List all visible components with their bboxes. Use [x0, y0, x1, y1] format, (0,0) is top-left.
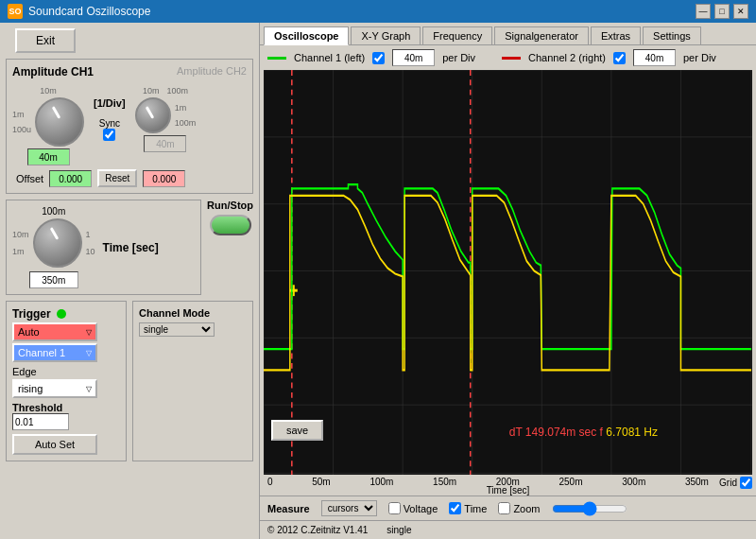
- sync-label: Sync: [99, 118, 120, 129]
- time-knob[interactable]: [33, 218, 82, 268]
- reset-button[interactable]: Reset: [97, 169, 137, 187]
- ch2-per-div: 40m: [633, 49, 676, 66]
- tab-signalgenerator[interactable]: Signalgenerator: [494, 26, 589, 44]
- x-label-0: 0: [267, 477, 273, 487]
- ch1-label: Channel 1 (left): [294, 52, 365, 63]
- app-title: Soundcard Oszilloscope: [28, 5, 150, 18]
- tab-extras[interactable]: Extras: [591, 26, 641, 44]
- tab-frequency[interactable]: Frequency: [422, 26, 492, 44]
- dt-value: 149.074m: [525, 426, 576, 439]
- measure-bar: Measure cursors auto Voltage Time Zoom: [260, 496, 756, 520]
- dt-label: dT: [509, 426, 525, 439]
- trigger-edge-button[interactable]: rising ▽: [12, 379, 97, 398]
- x-label-250m: 250m: [559, 477, 583, 487]
- x-axis: 0 50m 100m 150m 200m 250m 300m 350m Time…: [260, 475, 756, 496]
- time-measure-label: Time: [449, 502, 487, 514]
- tab-oscilloscope[interactable]: Oscilloscope: [264, 26, 349, 45]
- app-icon: SO: [8, 4, 23, 19]
- amplitude-section: Amplitude CH1 Amplitude CH2 10m 1m 100u: [6, 59, 253, 194]
- time-value-display: 350m: [29, 271, 78, 288]
- ch2-per-div-label: per Div: [683, 52, 716, 63]
- run-stop-section: Run/Stop: [207, 200, 253, 295]
- trigger-title-label: Trigger: [12, 307, 51, 321]
- measure-mode-select[interactable]: cursors auto: [321, 500, 377, 516]
- oscilloscope-display: save dT 149.074m sec f 6.7081 Hz: [264, 70, 752, 475]
- ch1-per-div: 40m: [392, 49, 435, 66]
- threshold-label: Threshold: [12, 402, 120, 413]
- maximize-button[interactable]: □: [714, 4, 730, 19]
- time-left2: 1m: [12, 247, 29, 256]
- trigger-mode-arrow: ▽: [86, 328, 92, 337]
- trigger-status-dot: [57, 309, 66, 319]
- time-left1: 10m: [12, 230, 29, 239]
- channel-mode-title: Channel Mode: [139, 307, 247, 319]
- voltage-checkbox[interactable]: [388, 502, 401, 514]
- ch2-top-label2: 100m: [166, 86, 188, 96]
- time-label1: 100m: [42, 206, 65, 217]
- amplitude-ch1-title: Amplitude CH1: [12, 65, 94, 78]
- ch1-value-display: 40m: [27, 148, 70, 165]
- ch1-top-label1: 10m: [40, 86, 57, 96]
- ch2-checkbox[interactable]: [613, 52, 626, 64]
- exit-button[interactable]: Exit: [15, 28, 76, 53]
- ch1-color-indicator: [267, 57, 286, 60]
- x-label-150m: 150m: [433, 477, 456, 487]
- ch1-checkbox[interactable]: [372, 52, 385, 64]
- svg-rect-0: [264, 70, 752, 475]
- x-label-50m: 50m: [312, 477, 330, 487]
- x-label-300m: 300m: [622, 477, 645, 487]
- zoom-slider[interactable]: [552, 503, 627, 514]
- measure-title: Measure: [267, 503, 310, 514]
- titlebar: SO Soundcard Oszilloscope — □ ✕: [0, 0, 756, 23]
- save-button[interactable]: save: [271, 420, 323, 441]
- zoom-checkbox[interactable]: [498, 502, 510, 514]
- ch2-value-display: 40m: [144, 135, 186, 152]
- offset-label: Offset: [16, 173, 43, 184]
- trigger-mode-button[interactable]: Auto ▽: [12, 322, 97, 341]
- grid-control: Grid: [719, 477, 752, 489]
- f-value: 6.7081: [606, 426, 641, 439]
- amplitude-unit-label: [1/Div]: [94, 97, 126, 109]
- trigger-section: Trigger Auto ▽ Channel 1 ▽ Edge rising ▽…: [6, 301, 127, 461]
- close-button[interactable]: ✕: [733, 4, 748, 19]
- oscilloscope-canvas: [264, 70, 752, 475]
- ch2-right-label1: 1m: [175, 103, 197, 113]
- x-label-350m: 350m: [685, 477, 709, 487]
- x-label-100m: 100m: [369, 477, 393, 487]
- trigger-edge-arrow: ▽: [86, 385, 92, 393]
- ch1-offset-display: 0.000: [49, 170, 92, 187]
- sync-checkbox[interactable]: [103, 129, 115, 141]
- channel-mode-select[interactable]: single dual add: [139, 322, 215, 337]
- threshold-input[interactable]: [12, 413, 69, 430]
- dt-info: dT 149.074m sec f 6.7081 Hz: [509, 426, 658, 439]
- amplitude-ch2-title: Amplitude CH2: [177, 65, 247, 82]
- run-stop-label: Run/Stop: [207, 200, 253, 211]
- ch2-label: Channel 2 (right): [528, 52, 606, 63]
- trigger-channel-button[interactable]: Channel 1 ▽: [12, 343, 97, 362]
- tab-settings[interactable]: Settings: [643, 26, 701, 44]
- ch1-per-div-label: per Div: [442, 52, 475, 63]
- channel-mode-section: Channel Mode single dual add: [132, 301, 253, 461]
- ch2-top-label1: 10m: [143, 86, 160, 96]
- ch2-offset-display: 0.000: [143, 170, 185, 187]
- dt-unit: sec: [579, 426, 597, 439]
- ch1-left-label1: 1m: [12, 110, 31, 119]
- ch2-color-indicator: [502, 57, 521, 60]
- tab-xy-graph[interactable]: X-Y Graph: [351, 26, 421, 44]
- ch2-amplitude-knob[interactable]: [135, 97, 171, 133]
- ch2-amplitude-knob-container: 10m 100m 1m 100m 40m: [135, 86, 197, 152]
- edge-label: Edge: [12, 366, 120, 377]
- channel-info-row: Channel 1 (left) 40m per Div Channel 2 (…: [260, 45, 756, 70]
- zoom-measure-label: Zoom: [498, 502, 540, 514]
- auto-set-button[interactable]: Auto Set: [12, 434, 97, 455]
- trigger-channel-arrow: ▽: [86, 349, 92, 357]
- grid-checkbox[interactable]: [740, 477, 752, 489]
- time-checkbox[interactable]: [449, 502, 461, 514]
- status-bar: © 2012 C.Zeitnitz V1.41 single: [260, 520, 756, 539]
- ch1-amplitude-knob-container: 10m 1m 100u 40m: [12, 86, 84, 165]
- run-stop-button[interactable]: [210, 215, 251, 235]
- ch1-amplitude-knob[interactable]: [35, 97, 84, 147]
- minimize-button[interactable]: —: [696, 4, 711, 19]
- ch2-right-label2: 100m: [175, 118, 197, 128]
- voltage-measure-label: Voltage: [388, 502, 438, 514]
